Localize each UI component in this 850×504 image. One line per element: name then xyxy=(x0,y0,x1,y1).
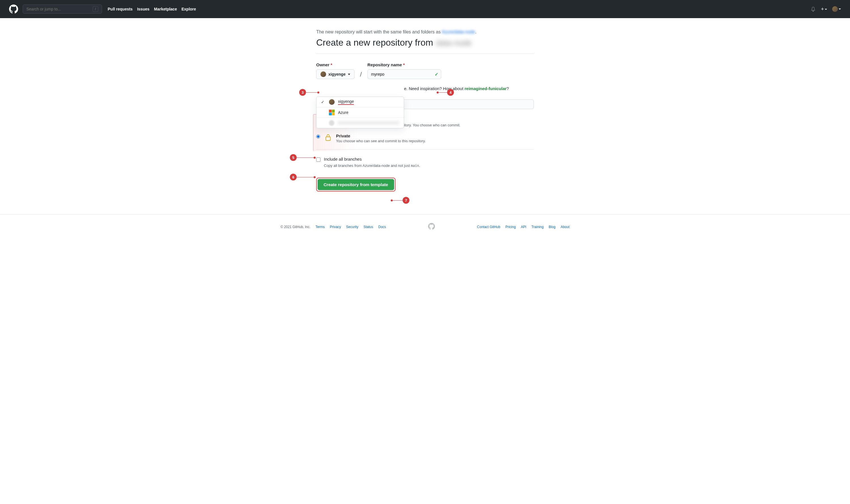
check-icon: ✓ xyxy=(321,100,326,104)
create-new-menu[interactable]: + xyxy=(821,6,827,12)
owner-repo-separator: / xyxy=(360,71,362,78)
chevron-down-icon xyxy=(348,74,350,75)
user-avatar-icon xyxy=(832,6,838,12)
footer-blog[interactable]: Blog xyxy=(549,225,556,229)
include-branches-desc: Copy all branches from Azure/data-node a… xyxy=(324,163,534,168)
template-link[interactable]: Azure/data-node xyxy=(442,30,475,34)
footer-privacy[interactable]: Privacy xyxy=(330,225,341,229)
annotation-5: 5 xyxy=(290,154,297,161)
avatar-icon xyxy=(329,99,334,105)
repo-suggestion-link[interactable]: reimagined-funicular xyxy=(464,86,506,91)
user-menu[interactable] xyxy=(832,6,841,12)
footer-docs[interactable]: Docs xyxy=(378,225,386,229)
owner-dropdown: ✓ xigyenge Azure xyxy=(316,96,404,128)
nav-marketplace[interactable]: Marketplace xyxy=(154,7,177,11)
nav-links: Pull requests Issues Marketplace Explore xyxy=(108,7,196,11)
owner-label: Owner * xyxy=(316,62,355,67)
include-branches-checkbox[interactable] xyxy=(316,158,321,162)
title-template-name: data-node xyxy=(436,38,472,48)
visibility-private-title: Private xyxy=(336,133,426,138)
nav-explore[interactable]: Explore xyxy=(181,7,196,11)
owner-option-xigyenge[interactable]: ✓ xigyenge xyxy=(317,97,404,107)
checkmark-icon: ✓ xyxy=(435,72,438,77)
repo-name-input[interactable] xyxy=(367,69,441,79)
visibility-private[interactable]: Private You choose who can see and commi… xyxy=(316,133,534,143)
footer-security[interactable]: Security xyxy=(346,225,358,229)
create-repo-button[interactable]: Create repository from template xyxy=(318,179,394,190)
avatar-icon xyxy=(329,120,334,126)
footer-contact[interactable]: Contact GitHub xyxy=(477,225,500,229)
visibility-private-radio[interactable] xyxy=(316,134,320,139)
footer-api[interactable]: API xyxy=(521,225,526,229)
visibility-private-desc: You choose who can see and commit to thi… xyxy=(336,139,426,143)
submit-highlight: Create repository from template xyxy=(316,178,396,192)
nav-issues[interactable]: Issues xyxy=(137,7,150,11)
owner-option-hidden[interactable] xyxy=(317,118,404,128)
annotation-3: 3 xyxy=(299,89,306,96)
main-content: The new repository will start with the s… xyxy=(316,18,534,200)
github-logo-gray-icon[interactable] xyxy=(428,223,435,230)
footer: © 2021 GitHub, Inc. Terms Privacy Securi… xyxy=(281,214,569,239)
footer-copyright: © 2021 GitHub, Inc. xyxy=(281,225,310,229)
search-slash-hint: / xyxy=(93,6,98,12)
owner-avatar-icon xyxy=(321,71,326,77)
footer-training[interactable]: Training xyxy=(531,225,544,229)
repo-name-help: e. Need inspiration? How about reimagine… xyxy=(404,86,534,91)
notification-bell-icon[interactable] xyxy=(811,6,816,12)
annotation-6: 6 xyxy=(290,174,297,180)
repo-name-label: Repository name * xyxy=(367,62,441,67)
page-title: Create a new repository from data-node xyxy=(316,37,534,48)
annotation-4: 4 xyxy=(447,89,454,96)
nav-pull-requests[interactable]: Pull requests xyxy=(108,7,132,11)
annotation-7: 7 xyxy=(403,197,410,204)
github-logo-icon[interactable] xyxy=(9,4,18,14)
search-input[interactable] xyxy=(26,7,93,11)
intro-text: The new repository will start with the s… xyxy=(316,30,534,35)
owner-option-azure[interactable]: Azure xyxy=(317,107,404,118)
footer-pricing[interactable]: Pricing xyxy=(505,225,516,229)
svg-rect-0 xyxy=(326,137,330,141)
owner-selected-name: xigyenge xyxy=(328,72,346,76)
include-branches-label: Include all branches xyxy=(324,157,362,161)
owner-select[interactable]: xigyenge xyxy=(316,69,355,79)
top-nav: / Pull requests Issues Marketplace Explo… xyxy=(0,0,850,18)
lock-icon xyxy=(324,133,332,141)
footer-status[interactable]: Status xyxy=(363,225,373,229)
footer-about[interactable]: About xyxy=(561,225,569,229)
footer-terms[interactable]: Terms xyxy=(315,225,325,229)
search-box[interactable]: / xyxy=(23,4,102,14)
microsoft-logo-icon xyxy=(329,110,334,115)
